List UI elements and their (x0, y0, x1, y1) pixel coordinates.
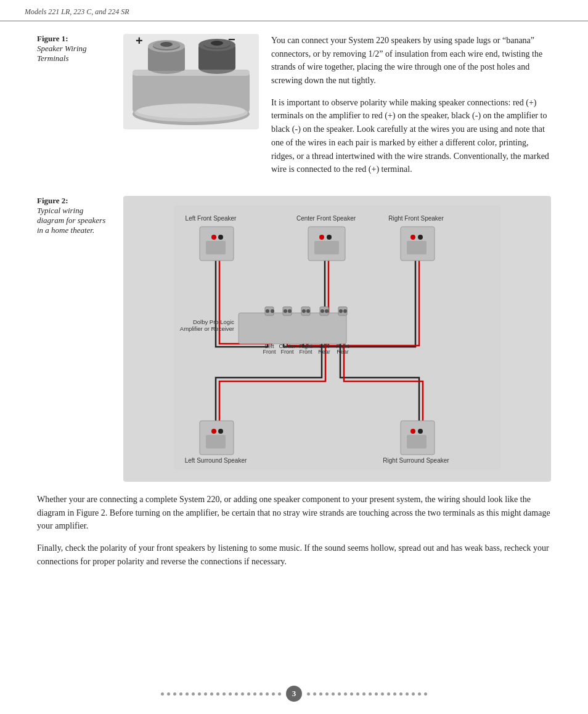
footer-dot (362, 692, 365, 696)
footer-dot (204, 692, 207, 696)
terminal-svg: + − (123, 34, 259, 129)
svg-point-64 (211, 429, 216, 434)
svg-point-25 (319, 235, 324, 240)
svg-text:Left Front Speaker: Left Front Speaker (186, 215, 237, 222)
figure2-caption: Typical wiring diagram for speakers in a… (37, 206, 105, 235)
svg-point-30 (418, 235, 423, 240)
footer-dot (356, 692, 359, 696)
footer-dot (210, 692, 213, 696)
svg-text:Front: Front (280, 349, 294, 355)
footer-dot (223, 692, 226, 696)
footer-dots-right (307, 692, 427, 696)
footer-dot (325, 692, 329, 696)
svg-point-40 (284, 309, 287, 313)
figure1-section: Figure 1: Speaker Wiring Terminals + (37, 34, 551, 185)
svg-point-21 (211, 235, 216, 240)
footer-dot (272, 692, 275, 696)
footer-dot (412, 692, 415, 696)
svg-point-46 (321, 309, 324, 313)
footer-dot (186, 692, 189, 696)
footer-dot (313, 692, 316, 696)
footer-dots-left (161, 692, 281, 696)
figure1-para2: It is important to observe polarity whil… (271, 96, 551, 176)
footer-dot (192, 692, 195, 696)
footer-dot (179, 692, 182, 696)
svg-rect-27 (314, 241, 339, 254)
svg-text:Front: Front (263, 349, 276, 355)
svg-rect-66 (206, 435, 226, 448)
footer-dot (424, 692, 427, 696)
svg-text:Amplifier or Receiver: Amplifier or Receiver (180, 325, 234, 332)
footer-dot (375, 692, 378, 696)
svg-text:Left Surround Speaker: Left Surround Speaker (185, 457, 247, 464)
wiring-svg: Left Front Speaker Center Front Speaker … (133, 205, 542, 470)
svg-point-37 (266, 309, 269, 313)
figure2-title: Figure 2: (37, 196, 68, 205)
footer-dot (307, 692, 310, 696)
page-footer: 3 (0, 686, 588, 702)
svg-text:Dolby Pro Logic: Dolby Pro Logic (193, 318, 234, 325)
svg-point-41 (288, 309, 292, 313)
figure1-text: You can connect your System 220 speakers… (271, 34, 551, 185)
model-text: Models 221 LR, 223 C, and 224 SR (25, 7, 129, 16)
svg-point-8 (160, 42, 173, 47)
footer-dot (253, 692, 256, 696)
footer-dot (266, 692, 269, 696)
svg-text:+: + (136, 34, 143, 47)
svg-rect-31 (407, 241, 427, 254)
footer-dot (259, 692, 263, 696)
page-number: 3 (286, 686, 302, 702)
svg-rect-35 (239, 313, 346, 344)
svg-point-18 (137, 103, 245, 118)
wiring-diagram: Left Front Speaker Center Front Speaker … (123, 196, 551, 482)
svg-rect-23 (206, 241, 226, 254)
svg-point-26 (327, 235, 332, 240)
footer-dot (387, 692, 390, 696)
footer-dot (393, 692, 396, 696)
footer-dot (235, 692, 238, 696)
para4: Finally, check the polarity of your fron… (37, 542, 551, 568)
footer-dot (332, 692, 335, 696)
svg-text:−: − (228, 34, 235, 46)
figure1-label: Figure 1: Speaker Wiring Terminals (37, 34, 111, 185)
footer-dot (229, 692, 232, 696)
footer-dot (161, 692, 164, 696)
footer-dot (418, 692, 421, 696)
footer-dot (381, 692, 384, 696)
figure1-image: + − (123, 34, 259, 129)
main-content: Figure 1: Speaker Wiring Terminals + (0, 22, 588, 614)
svg-point-43 (302, 309, 306, 313)
svg-point-38 (271, 309, 274, 313)
footer-dot (167, 692, 170, 696)
footer-dot (198, 692, 201, 696)
svg-point-49 (339, 309, 343, 313)
footer-dot (369, 692, 372, 696)
footer-dot (319, 692, 322, 696)
figure1-para1: You can connect your System 220 speakers… (271, 34, 551, 87)
svg-point-50 (343, 309, 347, 313)
svg-point-69 (418, 429, 423, 434)
svg-point-68 (410, 429, 415, 434)
svg-text:Rear: Rear (318, 349, 330, 355)
svg-text:Rear: Rear (337, 349, 349, 355)
footer-dot (173, 692, 176, 696)
svg-point-44 (306, 309, 310, 313)
svg-text:Right Surround Speaker: Right Surround Speaker (383, 457, 449, 464)
footer-dot (278, 692, 281, 696)
svg-point-15 (211, 41, 223, 46)
para3: Whether your are connecting a complete S… (37, 493, 551, 533)
footer-dot (241, 692, 244, 696)
footer-dot (216, 692, 219, 696)
figure1-caption: Speaker Wiring Terminals (37, 44, 87, 63)
page-header: Models 221 LR, 223 C, and 224 SR (0, 0, 588, 22)
figure1-title: Figure 1: (37, 34, 68, 43)
svg-text:Front: Front (299, 349, 312, 355)
footer-dot (338, 692, 341, 696)
figure2-label: Figure 2: Typical wiring diagram for spe… (37, 196, 111, 482)
footer-dot (350, 692, 353, 696)
svg-point-65 (218, 429, 223, 434)
figure2-section: Figure 2: Typical wiring diagram for spe… (37, 196, 551, 482)
svg-point-29 (410, 235, 415, 240)
footer-dot (247, 692, 250, 696)
footer-dot (406, 692, 409, 696)
